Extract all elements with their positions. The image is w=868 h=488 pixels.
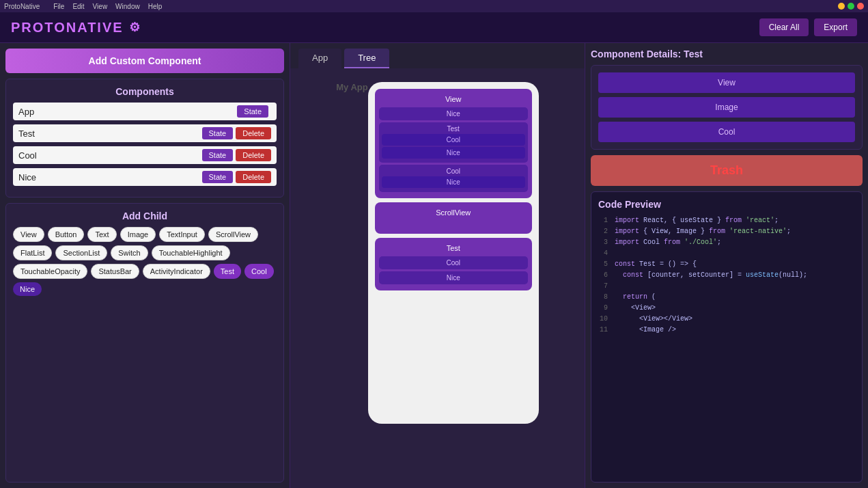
child-btn-switch[interactable]: Switch (111, 245, 148, 260)
component-row-app: App State (13, 103, 277, 120)
phone-inner-nice1[interactable]: Nice (379, 107, 528, 120)
nice-state-button[interactable]: State (202, 171, 234, 183)
code-line-9: 9 <View> (598, 303, 855, 314)
child-btn-button[interactable]: Button (48, 227, 85, 242)
left-panel: Add Custom Component Components App Stat… (0, 43, 290, 488)
phone-view-label: View (379, 93, 528, 105)
code-preview-title: Code Preview (598, 199, 855, 210)
code-line-11: 11 <Image /> (598, 325, 855, 336)
phone-inner-nice4[interactable]: Nice (379, 271, 528, 284)
code-line-5: 5 const Test = () => { (598, 259, 855, 270)
component-name-test: Test (18, 128, 202, 139)
component-row-test: Test State Delete (13, 124, 277, 142)
minimize-button[interactable] (838, 3, 845, 10)
app-title: PROTONATIVE ⚙ (11, 20, 141, 36)
code-preview-section: Code Preview 1 import React, { useState … (591, 191, 863, 483)
phone-inner-cool2[interactable]: Cool (379, 256, 528, 269)
child-btn-text[interactable]: Text (87, 227, 116, 242)
component-name-cool: Cool (18, 150, 202, 161)
code-line-3: 3 import Cool from './Cool'; (598, 237, 855, 248)
title-bar-title: ProtoNative (4, 3, 40, 10)
close-button[interactable] (857, 3, 864, 10)
menu-view[interactable]: View (93, 3, 108, 10)
phone-block-test2[interactable]: Test Cool Nice (375, 238, 532, 290)
right-panel: Component Details: Test View Image Cool … (585, 43, 868, 488)
code-lines: 1 import React, { useState } from 'react… (598, 215, 855, 336)
menu-help[interactable]: Help (148, 3, 163, 10)
component-name-app: App (18, 107, 237, 117)
code-line-6: 6 const [counter, setCounter] = useState… (598, 270, 855, 281)
menu-window[interactable]: Window (115, 3, 140, 10)
title-bar-menus: File Edit View Window Help (53, 3, 162, 10)
component-details-section: View Image Cool (591, 65, 863, 150)
child-btn-flatlist[interactable]: FlatList (13, 245, 52, 260)
trash-button[interactable]: Trash (591, 155, 863, 186)
cool-state-button[interactable]: State (202, 149, 234, 161)
child-btn-nice[interactable]: Nice (13, 282, 42, 296)
main-layout: Add Custom Component Components App Stat… (0, 43, 868, 488)
phone-frame: View Nice Test Cool Nice Co (368, 82, 539, 424)
child-btn-scrollview[interactable]: ScrollView (208, 227, 258, 242)
component-row-nice: Nice State Delete (13, 168, 277, 186)
child-btn-statusbar[interactable]: StatusBar (91, 264, 139, 279)
tabs-bar: App Tree (290, 43, 585, 68)
app-state-button[interactable]: State (237, 105, 268, 118)
code-line-8: 8 return ( (598, 292, 855, 303)
code-line-1: 1 import React, { useState } from 'react… (598, 215, 855, 226)
top-bar: PROTONATIVE ⚙ Clear All Export (0, 12, 868, 43)
components-title: Components (13, 86, 277, 97)
export-button[interactable]: Export (814, 18, 857, 36)
code-line-4: 4 (598, 248, 855, 259)
title-bar-controls (838, 3, 864, 10)
app-title-text: PROTONATIVE (11, 20, 124, 36)
detail-cool[interactable]: Cool (598, 122, 855, 142)
phone-app-title: My App (336, 82, 367, 92)
tab-tree[interactable]: Tree (344, 49, 389, 68)
phone-inner-test[interactable]: Test Cool Nice (379, 122, 528, 163)
test-state-button[interactable]: State (202, 127, 234, 139)
top-bar-right: Clear All Export (759, 18, 857, 36)
phone-block-view[interactable]: View Nice Test Cool Nice Co (375, 89, 532, 198)
phone-scrollview-label: ScrollView (379, 206, 528, 219)
title-bar: ProtoNative File Edit View Window Help (0, 0, 868, 12)
maximize-button[interactable] (848, 3, 854, 10)
add-child-section: Add Child View Button Text Image TextInp… (5, 203, 284, 483)
phone-container: My App View Nice Test Cool Nice (290, 68, 585, 488)
child-btn-view[interactable]: View (13, 227, 44, 242)
menu-file[interactable]: File (53, 3, 64, 10)
components-section: Components App State Test State Delete C… (5, 79, 284, 198)
phone-inner-cool[interactable]: Cool Nice (379, 165, 528, 192)
gear-icon: ⚙ (129, 20, 141, 35)
child-btn-touchablehighlight[interactable]: TouchableHighlight (152, 245, 230, 260)
component-name-nice: Nice (18, 172, 202, 182)
cool-delete-button[interactable]: Delete (236, 149, 271, 161)
code-line-7: 7 (598, 281, 855, 292)
add-child-title: Add Child (13, 211, 277, 221)
test-delete-button[interactable]: Delete (236, 127, 271, 139)
child-btn-sectionlist[interactable]: SectionList (55, 245, 107, 260)
phone-nested-cool1[interactable]: Cool (382, 134, 525, 146)
code-line-2: 2 import { View, Image } from 'react-nat… (598, 226, 855, 237)
child-buttons-container: View Button Text Image TextInput ScrollV… (13, 227, 277, 296)
phone-nested-nice3[interactable]: Nice (382, 176, 525, 188)
child-btn-cool[interactable]: Cool (244, 264, 274, 279)
phone-test2-label: Test (379, 242, 528, 254)
child-btn-image[interactable]: Image (120, 227, 156, 242)
component-details-title: Component Details: Test (591, 49, 863, 59)
phone-nested-nice2[interactable]: Nice (382, 147, 525, 159)
center-panel: App Tree My App View Nice Test Cool (290, 43, 585, 488)
clear-all-button[interactable]: Clear All (759, 18, 809, 36)
child-btn-touchableopacity[interactable]: TouchableOpacity (13, 264, 87, 279)
tab-app[interactable]: App (298, 49, 341, 68)
component-row-cool: Cool State Delete (13, 146, 277, 164)
detail-image[interactable]: Image (598, 97, 855, 118)
child-btn-textinput[interactable]: TextInput (159, 227, 205, 242)
code-line-10: 10 <View></View> (598, 314, 855, 325)
child-btn-activityindicator[interactable]: ActivityIndicator (143, 264, 210, 279)
phone-block-scrollview[interactable]: ScrollView (375, 202, 532, 234)
add-custom-component-button[interactable]: Add Custom Component (5, 49, 284, 73)
menu-edit[interactable]: Edit (72, 3, 84, 10)
child-btn-test[interactable]: Test (214, 264, 241, 279)
nice-delete-button[interactable]: Delete (236, 171, 271, 183)
detail-view[interactable]: View (598, 72, 855, 93)
